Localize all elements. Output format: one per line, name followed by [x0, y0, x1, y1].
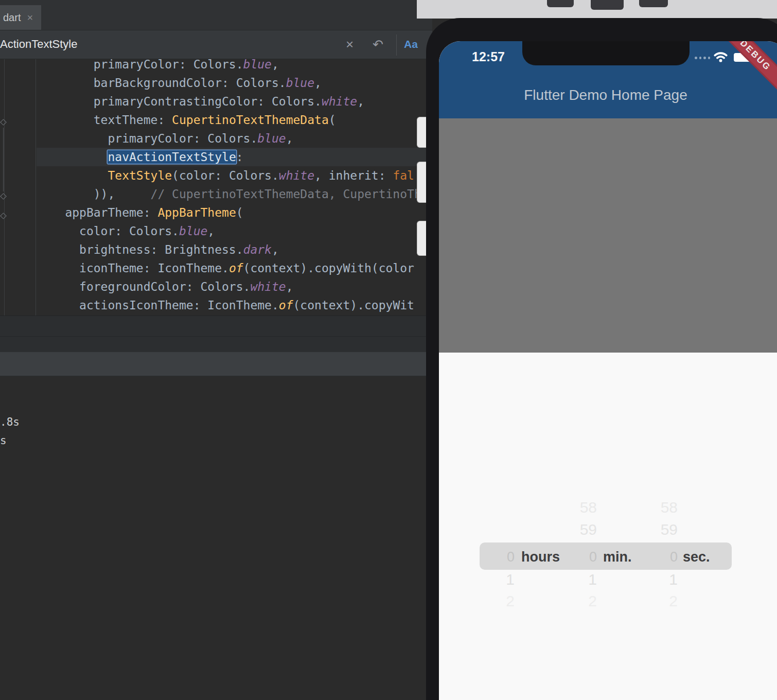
simulator-toolbar	[417, 0, 777, 19]
tool-window-header[interactable]	[0, 352, 432, 376]
picker-wheel-value[interactable]: 59	[566, 521, 597, 538]
picker-selected-hours[interactable]: 0	[484, 548, 515, 566]
match-case-icon[interactable]: Aa	[404, 38, 418, 50]
code-line[interactable]: brightness: Brightness.dark,	[37, 240, 432, 259]
find-query-input[interactable]: ActionTextStyle	[0, 38, 77, 51]
picker-label-hours: hours	[521, 549, 560, 565]
fold-icon[interactable]	[0, 193, 7, 200]
screen-root: dart × ActionTextStyle × ↶ Aa primaryCol…	[0, 0, 777, 700]
code-line[interactable]: actionsIconTheme: IconTheme.of(context).…	[37, 296, 432, 314]
picker-wheel-value[interactable]: 1	[566, 571, 597, 588]
code-line[interactable]: iconTheme: IconTheme.of(context).copyWit…	[37, 259, 432, 277]
picker-wheel-value[interactable]: 58	[647, 499, 678, 516]
fold-icon[interactable]	[0, 213, 7, 219]
code-line[interactable]: TextStyle(color: Colors.white, inherit: …	[37, 166, 432, 185]
popup-edge	[417, 162, 426, 203]
picker-wheel-value[interactable]: 1	[484, 571, 515, 588]
editor-bottom-panel	[0, 316, 432, 352]
picker-label-seconds: sec.	[683, 549, 710, 565]
timer-picker-sheet: 58 58 59 59 0 hours 0 min. 0 sec. 1 1 1 …	[439, 353, 777, 700]
console-output-line: .8s	[0, 416, 20, 428]
picker-selected-seconds[interactable]: 0	[647, 548, 678, 566]
popup-edge	[417, 221, 426, 256]
code-line[interactable]: primaryContrastingColor: Colors.white,	[37, 92, 432, 111]
code-line[interactable]: appBarTheme: AppBarTheme(	[37, 203, 432, 222]
toolbar-button[interactable]	[591, 0, 624, 10]
search-history-icon[interactable]: ↶	[373, 37, 383, 52]
tab-label: dart	[3, 12, 21, 24]
editor-tab-bar: dart ×	[0, 0, 432, 30]
find-bar[interactable]: ActionTextStyle × ↶ Aa	[0, 30, 432, 59]
status-time: 12:57	[472, 49, 505, 64]
wifi-icon	[713, 51, 729, 65]
editor-gutter[interactable]	[0, 59, 36, 316]
picker-wheel-value[interactable]: 2	[484, 592, 515, 610]
toolbar-button[interactable]	[639, 0, 668, 7]
popup-edge	[417, 117, 426, 148]
modal-barrier[interactable]	[439, 118, 777, 353]
notch	[522, 41, 690, 65]
code-line[interactable]: textTheme: CupertinoTextThemeData(	[37, 111, 432, 129]
picker-wheel-value[interactable]: 58	[566, 499, 597, 516]
toolbar-button[interactable]	[547, 0, 574, 7]
fold-range-line	[3, 128, 4, 191]
picker-label-minutes: min.	[603, 549, 632, 565]
run-console[interactable]: .8s s	[0, 376, 432, 700]
picker-wheel-value[interactable]: 59	[647, 521, 678, 538]
fold-icon[interactable]	[0, 119, 7, 126]
tab-main-dart[interactable]: dart ×	[0, 5, 41, 30]
picker-wheel-value[interactable]: 2	[647, 592, 678, 610]
code-line[interactable]: foregroundColor: Colors.white,	[37, 277, 432, 296]
app-bar-title: Flutter Demo Home Page	[524, 87, 687, 103]
code-line[interactable]: color: Colors.blue,	[37, 222, 432, 240]
code-editor[interactable]: primaryColor: Colors.blue, barBackground…	[0, 59, 432, 316]
picker-wheel-value[interactable]: 2	[566, 592, 597, 610]
code-line[interactable]: navActionTextStyle:	[37, 148, 432, 166]
iphone-frame: 12:57 Flutter Demo Home Page DEBUG	[426, 18, 777, 700]
iphone-screen: 12:57 Flutter Demo Home Page DEBUG	[439, 41, 777, 700]
code-line[interactable]: primaryColor: Colors.blue,	[37, 59, 432, 74]
code-line[interactable]: )), // CupertinoTextThemeData, Cupertino…	[37, 185, 432, 203]
console-output-line: s	[0, 434, 7, 447]
close-icon[interactable]: ×	[346, 37, 354, 52]
picker-selected-minutes[interactable]: 0	[566, 548, 597, 566]
code-line[interactable]: primaryColor: Colors.blue,	[37, 129, 432, 148]
signal-dots-icon	[695, 57, 710, 59]
code-area[interactable]: primaryColor: Colors.blue, barBackground…	[37, 59, 432, 314]
divider	[396, 34, 397, 56]
tab-close-icon[interactable]: ×	[27, 12, 33, 23]
app-bar: 12:57 Flutter Demo Home Page DEBUG	[439, 41, 777, 118]
picker-wheel-value[interactable]: 1	[647, 571, 678, 588]
code-line[interactable]: barBackgroundColor: Colors.blue,	[37, 74, 432, 92]
